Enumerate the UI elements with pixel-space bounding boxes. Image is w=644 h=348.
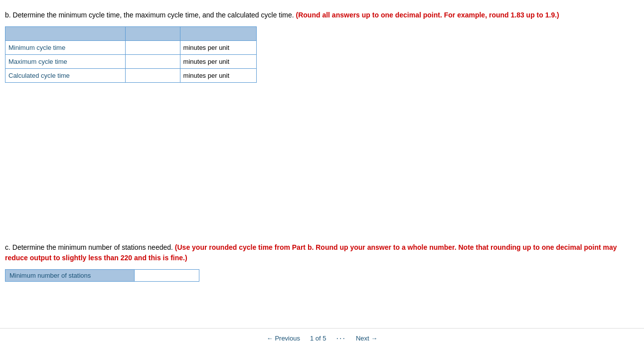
stations-input[interactable] bbox=[135, 270, 199, 281]
page-total: 5 bbox=[322, 335, 326, 342]
min-cycle-input-cell[interactable] bbox=[126, 41, 180, 55]
spacer bbox=[5, 93, 639, 242]
max-cycle-input[interactable] bbox=[126, 55, 180, 68]
min-cycle-label: Minimum cycle time bbox=[5, 41, 126, 55]
page-current: 1 bbox=[310, 335, 314, 342]
max-cycle-input-cell[interactable] bbox=[126, 55, 180, 69]
nav-dots: ··· bbox=[336, 334, 346, 343]
calc-cycle-label: Calculated cycle time bbox=[5, 69, 126, 83]
table-row: Maximum cycle time minutes per unit bbox=[5, 55, 257, 69]
calc-cycle-input[interactable] bbox=[126, 69, 180, 82]
calc-cycle-input-cell[interactable] bbox=[126, 69, 180, 83]
instruction-b-bold: (Round all answers up to one decimal poi… bbox=[296, 11, 559, 19]
stations-label: Minimum number of stations bbox=[5, 269, 135, 282]
table-header-3 bbox=[180, 27, 256, 41]
min-cycle-unit: minutes per unit bbox=[180, 41, 256, 55]
calc-cycle-unit: minutes per unit bbox=[180, 69, 256, 83]
max-cycle-label: Maximum cycle time bbox=[5, 55, 126, 69]
min-cycle-input[interactable] bbox=[126, 41, 180, 54]
instruction-b-prefix: b. Determine the minimum cycle time, the… bbox=[5, 11, 294, 19]
page-info: 1 of 5 bbox=[310, 335, 326, 342]
table-header-2 bbox=[126, 27, 180, 41]
table-row: Minimum cycle time minutes per unit bbox=[5, 41, 257, 55]
cycle-time-table: Minimum cycle time minutes per unit Maxi… bbox=[5, 26, 257, 83]
max-cycle-unit: minutes per unit bbox=[180, 55, 256, 69]
instruction-c: c. Determine the minimum number of stati… bbox=[5, 242, 639, 263]
next-button[interactable]: Next → bbox=[356, 335, 377, 342]
table-row: Calculated cycle time minutes per unit bbox=[5, 69, 257, 83]
prev-button[interactable]: ← Previous bbox=[267, 335, 300, 342]
bottom-nav: ← Previous 1 of 5 ··· Next → bbox=[0, 328, 644, 348]
table-header-1 bbox=[5, 27, 126, 41]
instruction-b: b. Determine the minimum cycle time, the… bbox=[5, 10, 639, 20]
stations-row: Minimum number of stations bbox=[5, 269, 199, 282]
instruction-c-prefix: c. Determine the minimum number of stati… bbox=[5, 243, 173, 251]
page-separator: of bbox=[316, 335, 322, 342]
stations-input-cell[interactable] bbox=[135, 269, 199, 282]
